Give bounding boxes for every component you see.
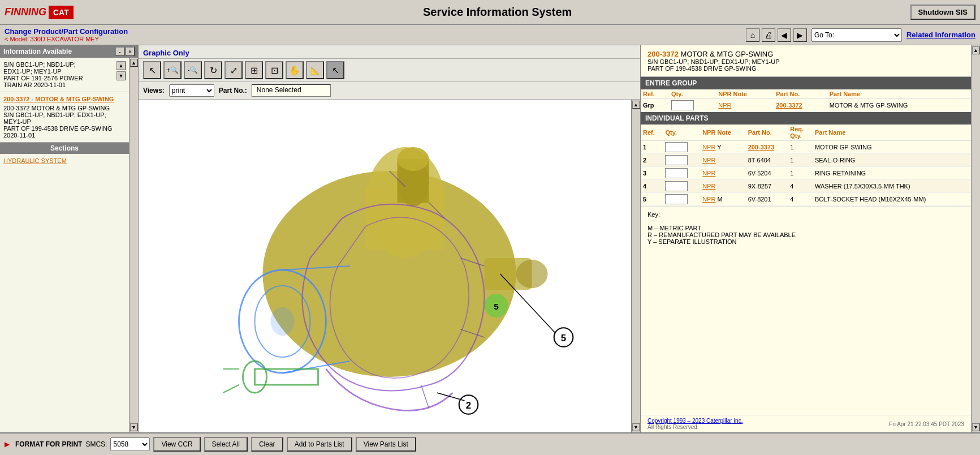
- npr-link[interactable]: NPR: [702, 183, 715, 190]
- svg-point-6: [398, 147, 429, 171]
- system-title: Service Information System: [85, 6, 910, 19]
- diagram-svg: 5 2 5: [139, 100, 640, 432]
- qty-cell: [663, 167, 700, 180]
- logo-area: FINNING CAT: [5, 6, 74, 19]
- table-row: 1 NPR Y 200-3373 1 MOTOR GP-SWING: [641, 141, 971, 154]
- center-panel: Graphic Only ↖ +🔍 -🔍 ↻ ⤢ ⊞ ⊡ ✋ 📐 ↖ Views…: [139, 45, 641, 432]
- qty-input[interactable]: [671, 100, 694, 110]
- hand-button[interactable]: ✋: [286, 61, 304, 79]
- qty-cell: [669, 99, 716, 112]
- zoom-in-button[interactable]: +🔍: [163, 61, 182, 79]
- goto-select[interactable]: Go To:: [811, 28, 902, 42]
- add-to-parts-list-button[interactable]: Add to Parts List: [287, 437, 352, 452]
- prev-button[interactable]: ◀: [778, 28, 791, 42]
- partno-link[interactable]: 200-3372: [776, 102, 802, 109]
- cursor-button[interactable]: ↖: [326, 61, 344, 79]
- ref-cell: 5: [641, 193, 663, 206]
- views-row: Views: print Part No.: None Selected: [139, 82, 640, 100]
- hydraulic-system-link[interactable]: HYDRAULIC SYSTEM: [0, 154, 129, 168]
- req-qty-cell: 1: [788, 154, 813, 167]
- qty-input[interactable]: [665, 181, 688, 191]
- col-partname: Part Name: [813, 125, 971, 141]
- npr-link[interactable]: NPR: [702, 157, 715, 164]
- req-qty-cell: 4: [788, 193, 813, 206]
- npr-link[interactable]: NPR: [702, 170, 715, 177]
- left-scrollbar[interactable]: ▲ ▼: [129, 58, 138, 432]
- zoom-out-button[interactable]: -🔍: [184, 61, 202, 79]
- close-button[interactable]: ×: [126, 47, 135, 56]
- scroll-controls: ▲ ▼: [116, 61, 126, 88]
- grid-button[interactable]: ⊞: [245, 61, 263, 79]
- select-tool-button[interactable]: ↖: [143, 61, 161, 79]
- table-row: 2 NPR 8T-6404 1 SEAL-O-RING: [641, 154, 971, 167]
- col-npr-note: NPR Note: [700, 125, 745, 141]
- qty-input[interactable]: [665, 142, 688, 152]
- qty-input[interactable]: [665, 194, 688, 204]
- diagram-area[interactable]: 5 2 5 ▲ ▼: [139, 100, 640, 432]
- toolbar-row: ↖ +🔍 -🔍 ↻ ⤢ ⊞ ⊡ ✋ 📐 ↖: [139, 59, 640, 82]
- measure-button[interactable]: 📐: [306, 61, 324, 79]
- qty-cell: [663, 180, 700, 193]
- info-link[interactable]: 200-3372 - MOTOR & MTG GP-SWING: [3, 96, 126, 102]
- center-scroll-up-arrow[interactable]: ▲: [632, 101, 640, 109]
- views-select[interactable]: print: [169, 84, 214, 97]
- home-icon-button[interactable]: ⌂: [746, 28, 759, 42]
- view-ccr-button[interactable]: View CCR: [153, 437, 200, 452]
- col-npr-note: NPR Note: [716, 89, 774, 99]
- svg-point-18: [516, 260, 548, 288]
- fit-button[interactable]: ⤢: [225, 61, 243, 79]
- partname-cell: RING-RETAINING: [813, 167, 971, 180]
- npr-link[interactable]: NPR: [702, 144, 715, 151]
- expand-button[interactable]: ⊡: [265, 61, 283, 79]
- related-information-link[interactable]: Related Information: [906, 31, 975, 39]
- entire-group-table: Ref. Qty. NPR Note Part No. Part Name Gr…: [641, 89, 971, 112]
- npr-cell: NPR: [700, 180, 745, 193]
- print-icon-button[interactable]: 🖨: [762, 28, 775, 42]
- right-scroll-up-arrow[interactable]: ▲: [972, 46, 980, 54]
- right-scroll-down-arrow[interactable]: ▼: [972, 423, 980, 431]
- copyright-link[interactable]: Copyright 1993 – 2023 Caterpillar Inc.: [647, 418, 742, 424]
- npr-cell: NPR M: [700, 193, 745, 206]
- partno-link[interactable]: 200-3373: [748, 144, 775, 151]
- minimize-button[interactable]: -: [115, 47, 124, 56]
- select-all-button[interactable]: Select All: [204, 437, 248, 452]
- next-button[interactable]: ▶: [793, 28, 807, 42]
- qty-input[interactable]: [665, 168, 688, 178]
- clear-button[interactable]: Clear: [251, 437, 283, 452]
- key-r: R – REMANUFACTURED PART MAY BE AVAILABLE: [647, 231, 964, 238]
- finning-logo: FINNING: [5, 6, 46, 18]
- left-scroll-up-arrow[interactable]: ▲: [130, 59, 138, 67]
- timestamp: Fri Apr 21 22:03:45 PDT 2023: [889, 421, 964, 427]
- right-header: 200-3372 MOTOR & MTG GP-SWING S/N GBC1-U…: [641, 45, 971, 77]
- left-panel: Information Available - × S/N GBC1-UP; N…: [0, 45, 139, 432]
- smcs-select[interactable]: 5058: [110, 437, 150, 451]
- entire-group-header-row: Ref. Qty. NPR Note Part No. Part Name: [641, 89, 971, 99]
- center-scrollbar[interactable]: ▲ ▼: [631, 100, 640, 432]
- req-qty-cell: 4: [788, 180, 813, 193]
- format-indicator: ▶: [5, 440, 10, 448]
- table-row: 5 NPR M 6V-8201 4 BOLT-SOCKET HEAD (M16X…: [641, 193, 971, 206]
- right-scrollbar[interactable]: ▲ ▼: [971, 45, 980, 432]
- partname-cell: BOLT-SOCKET HEAD (M16X2X45-MM): [813, 193, 971, 206]
- scroll-up-button[interactable]: ▲: [116, 61, 126, 70]
- entire-group-section: ENTIRE GROUP Ref. Qty. NPR Note Part No.…: [641, 77, 971, 112]
- bottom-bar: ▶ FORMAT FOR PRINT SMCS: 5058 View CCR S…: [0, 432, 980, 455]
- shutdown-sis-button[interactable]: Shutdown SIS: [910, 5, 975, 20]
- qty-cell: [663, 193, 700, 206]
- view-parts-list-button[interactable]: View Parts List: [356, 437, 416, 452]
- rotate-button[interactable]: ↻: [204, 61, 222, 79]
- scroll-down-button[interactable]: ▼: [116, 71, 126, 80]
- npr-link[interactable]: NPR: [702, 196, 715, 203]
- svg-point-9: [271, 307, 295, 336]
- part-title-line1: 200-3372 MOTOR & MTG GP-SWING: [647, 50, 964, 58]
- all-rights: All Rights Reserved: [647, 424, 742, 430]
- center-scroll-down-arrow[interactable]: ▼: [632, 423, 640, 431]
- right-panel: 200-3372 MOTOR & MTG GP-SWING S/N GBC1-U…: [641, 45, 971, 432]
- left-scroll-down-arrow[interactable]: ▼: [130, 423, 138, 431]
- partname-cell: MOTOR & MTG GP-SWING: [827, 99, 971, 112]
- table-row: 3 NPR 6V-5204 1 RING-RETAINING: [641, 167, 971, 180]
- qty-input[interactable]: [665, 155, 688, 165]
- npr-link[interactable]: NPR: [718, 102, 731, 109]
- individual-parts-section: INDIVIDUAL PARTS Ref. Qty. NPR Note Part…: [641, 112, 971, 206]
- partname-cell: MOTOR GP-SWING: [813, 141, 971, 154]
